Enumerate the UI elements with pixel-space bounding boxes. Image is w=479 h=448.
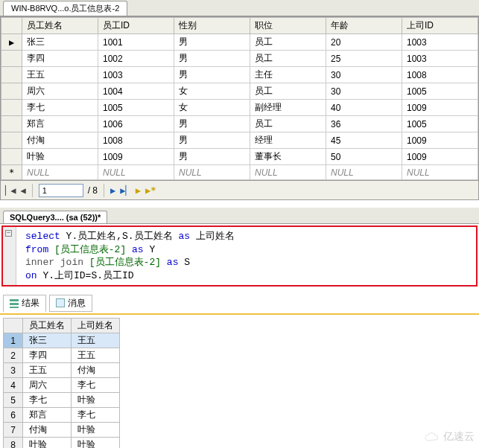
cell[interactable]: 1003 (98, 67, 174, 83)
results-tab[interactable]: 结果 (3, 295, 46, 313)
cell[interactable]: 副经理 (250, 100, 326, 116)
cell[interactable]: 女 (174, 100, 250, 116)
row-header[interactable]: 2 (4, 348, 23, 363)
table-row[interactable]: *NULLNULLNULLNULLNULLNULL (1, 165, 478, 180)
cell[interactable]: 1006 (98, 116, 174, 132)
cell[interactable]: 男 (174, 132, 250, 149)
col-header[interactable]: 年龄 (326, 18, 402, 34)
col-header[interactable]: 性别 (174, 18, 250, 34)
row-header[interactable] (1, 51, 22, 67)
fold-icon[interactable]: − (5, 230, 12, 237)
col-header[interactable]: 职位 (250, 18, 326, 34)
cell[interactable]: 周六 (22, 83, 98, 100)
row-header[interactable]: 6 (4, 408, 23, 423)
cell[interactable]: 员工 (250, 83, 326, 100)
cell[interactable]: 张三 (23, 333, 72, 348)
col-header[interactable]: 员工姓名 (23, 319, 72, 333)
cell[interactable]: 1008 (98, 132, 174, 149)
cell[interactable]: 1002 (98, 51, 174, 67)
col-header[interactable]: 员工ID (98, 18, 174, 34)
table-tab[interactable]: WIN-B8RVQ...o.员工信息表-2 (3, 1, 127, 16)
cell[interactable]: 50 (326, 149, 402, 165)
row-header[interactable]: * (1, 165, 22, 180)
cell[interactable]: NULL (402, 165, 478, 180)
cell[interactable]: 1005 (402, 83, 478, 100)
cell[interactable]: 1003 (402, 51, 478, 67)
col-header[interactable]: 员工姓名 (22, 18, 98, 34)
row-header[interactable] (1, 67, 22, 83)
cell[interactable]: 郑言 (22, 116, 98, 132)
table-row[interactable]: 李四1002男员工251003 (1, 51, 478, 67)
cell[interactable]: 周六 (23, 378, 72, 393)
nav-prev-button[interactable]: ◀ (20, 185, 25, 196)
cell[interactable]: 1003 (402, 34, 478, 51)
table-row[interactable]: 李七1005女副经理401009 (1, 100, 478, 116)
cell[interactable]: 1004 (98, 83, 174, 100)
table-row[interactable]: 2李四王五 (4, 348, 120, 363)
cell[interactable]: 叶验 (22, 149, 98, 165)
cell[interactable]: 付淘 (72, 363, 120, 378)
row-header[interactable]: 1 (4, 333, 23, 348)
cell[interactable]: 1008 (402, 67, 478, 83)
cell[interactable]: 男 (174, 34, 250, 51)
cell[interactable]: 1009 (98, 149, 174, 165)
cell[interactable]: 王五 (23, 363, 72, 378)
cell[interactable]: 主任 (250, 67, 326, 83)
cell[interactable]: 叶验 (23, 438, 72, 448)
cell[interactable]: NULL (250, 165, 326, 180)
row-header[interactable]: 4 (4, 378, 23, 393)
cell[interactable]: 1009 (402, 100, 478, 116)
cell[interactable]: 1005 (402, 116, 478, 132)
table-row[interactable]: 叶验1009男董事长501009 (1, 149, 478, 165)
cell[interactable]: 36 (326, 116, 402, 132)
cell[interactable]: 李七 (72, 408, 120, 423)
row-header[interactable] (1, 83, 22, 100)
table-row[interactable]: 8叶验叶验 (4, 438, 120, 448)
result-grid[interactable]: 员工姓名 上司姓名 1张三王五2李四王五3王五付淘4周六李七5李七叶验6郑言李七… (3, 318, 120, 448)
table-row[interactable]: 4周六李七 (4, 378, 120, 393)
cell[interactable]: 男 (174, 149, 250, 165)
cell[interactable]: 经理 (250, 132, 326, 149)
row-header[interactable] (1, 132, 22, 149)
row-header[interactable]: 7 (4, 423, 23, 438)
cell[interactable]: 张三 (22, 34, 98, 51)
employee-table[interactable]: 员工姓名 员工ID 性别 职位 年龄 上司ID ▶张三1001男员工201003… (1, 17, 478, 180)
cell[interactable]: 叶验 (72, 423, 120, 438)
sql-editor[interactable]: − select Y.员工姓名,S.员工姓名 as 上司姓名 from [员工信… (1, 225, 478, 287)
nav-new-button[interactable]: ▶ (136, 185, 141, 196)
messages-tab[interactable]: 消息 (49, 295, 92, 312)
row-header[interactable]: 8 (4, 438, 23, 448)
row-header[interactable] (1, 100, 22, 116)
cell[interactable]: NULL (22, 165, 98, 180)
cell[interactable]: 男 (174, 67, 250, 83)
cell[interactable]: 1009 (402, 149, 478, 165)
cell[interactable]: 李七 (72, 378, 120, 393)
cell[interactable]: 40 (326, 100, 402, 116)
cell[interactable]: 郑言 (23, 408, 72, 423)
cell[interactable]: 1001 (98, 34, 174, 51)
table-row[interactable]: 1张三王五 (4, 333, 120, 348)
table-row[interactable]: 3王五付淘 (4, 363, 120, 378)
row-header[interactable] (1, 116, 22, 132)
cell[interactable]: 1005 (98, 100, 174, 116)
cell[interactable]: 男 (174, 51, 250, 67)
cell[interactable]: 付淘 (22, 132, 98, 149)
cell[interactable]: NULL (326, 165, 402, 180)
cell[interactable]: 员工 (250, 51, 326, 67)
cell[interactable]: 30 (326, 83, 402, 100)
cell[interactable]: 李四 (22, 51, 98, 67)
table-row[interactable]: 7付淘叶验 (4, 423, 120, 438)
cell[interactable]: NULL (98, 165, 174, 180)
table-row[interactable]: 王五1003男主任301008 (1, 67, 478, 83)
cell[interactable]: 男 (174, 116, 250, 132)
cell[interactable]: NULL (174, 165, 250, 180)
cell[interactable]: 叶验 (72, 393, 120, 408)
table-row[interactable]: 周六1004女员工301005 (1, 83, 478, 100)
cell[interactable]: 叶验 (72, 438, 120, 448)
cell[interactable]: 李七 (23, 393, 72, 408)
sql-tab[interactable]: SQLQuery3.... (sa (52))* (3, 211, 107, 223)
cell[interactable]: 1009 (402, 132, 478, 149)
cell[interactable]: 女 (174, 83, 250, 100)
cell[interactable]: 王五 (72, 333, 120, 348)
cell[interactable]: 25 (326, 51, 402, 67)
